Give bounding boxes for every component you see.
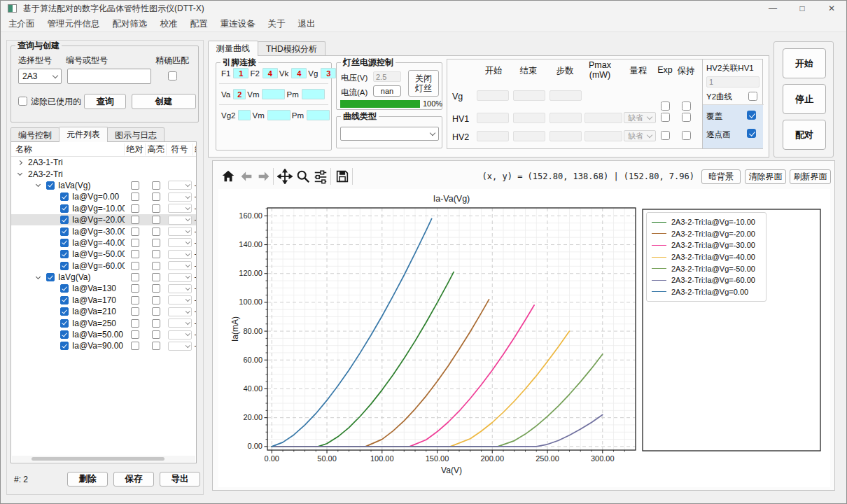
tree-row[interactable]: Ia@Vg=-10.00— (11, 203, 196, 214)
expander-open-icon[interactable] (36, 274, 41, 279)
tree-row[interactable]: Ia@Va=90.00— (11, 340, 196, 351)
pin-field-F2[interactable]: 4 (262, 68, 278, 78)
highlight-checkbox[interactable] (152, 239, 160, 247)
tree-item-checkbox[interactable] (60, 192, 69, 201)
exact-match-checkbox[interactable] (168, 71, 177, 80)
absolute-checkbox[interactable] (131, 181, 139, 190)
tab-测量曲线[interactable]: 测量曲线 (208, 41, 258, 56)
tree-item-checkbox[interactable] (46, 273, 55, 281)
scrollbar-thumb[interactable] (31, 457, 164, 461)
tree-row[interactable]: 2A3-2-Tri (11, 168, 196, 179)
vg-exp-checkbox[interactable] (661, 102, 670, 111)
tree-horizontal-scrollbar[interactable] (12, 456, 195, 462)
hv2-exp-checkbox[interactable] (661, 131, 670, 140)
hv2-end-field[interactable] (513, 131, 545, 141)
hv2-start-field[interactable] (477, 131, 509, 141)
pan-icon[interactable] (276, 168, 293, 185)
tree-row[interactable]: IaVg(Va)— (11, 272, 196, 283)
hv1-start-field[interactable] (477, 113, 509, 123)
menu-item-退出[interactable]: 退出 (292, 18, 322, 30)
absolute-checkbox[interactable] (131, 227, 139, 236)
menu-item-管理元件信息[interactable]: 管理元件信息 (41, 18, 106, 30)
tab-编号控制[interactable]: 编号控制 (10, 127, 59, 142)
tree-item-checkbox[interactable] (60, 262, 69, 270)
clear-ui-button[interactable]: 清除界面 (745, 169, 786, 184)
maximize-button[interactable]: □ (788, 1, 817, 16)
highlight-checkbox[interactable] (152, 307, 160, 316)
hv2-range-combo[interactable]: 缺省 (624, 130, 656, 141)
hv2-pmax-field[interactable] (584, 131, 622, 141)
tree-item-checkbox[interactable] (60, 216, 69, 224)
expander-open-icon[interactable] (18, 171, 22, 176)
tree-row[interactable]: 2A3-1-Tri (11, 157, 196, 168)
tree-item-checkbox[interactable] (60, 239, 69, 247)
configure-subplots-icon[interactable] (312, 168, 329, 185)
absolute-checkbox[interactable] (131, 239, 139, 247)
tree-item-checkbox[interactable] (60, 319, 69, 328)
symbol-combo[interactable] (168, 238, 192, 247)
absolute-checkbox[interactable] (131, 216, 139, 224)
refresh-ui-button[interactable]: 刷新界面 (790, 169, 831, 184)
delete-button[interactable]: 删除 (67, 472, 108, 486)
absolute-checkbox[interactable] (131, 330, 139, 339)
absolute-checkbox[interactable] (131, 204, 139, 213)
expander-open-icon[interactable] (36, 182, 41, 187)
highlight-checkbox[interactable] (152, 250, 160, 258)
hv2-steps-field[interactable] (550, 131, 582, 141)
vg-start-field[interactable] (477, 90, 509, 101)
save-icon[interactable] (334, 168, 351, 185)
tree-item-checkbox[interactable] (60, 250, 69, 258)
symbol-combo[interactable] (168, 227, 192, 236)
absolute-checkbox[interactable] (131, 284, 139, 293)
symbol-combo[interactable] (168, 318, 192, 328)
symbol-combo[interactable] (168, 273, 192, 282)
pin-field-Va[interactable]: 2 (233, 89, 246, 99)
symbol-combo[interactable] (168, 307, 192, 316)
symbol-combo[interactable] (168, 295, 192, 304)
stop-button[interactable]: 停止 (783, 84, 826, 114)
tree-row[interactable]: Ia@Va=210— (11, 306, 196, 317)
pin-field-F1[interactable]: 1 (233, 68, 248, 78)
start-button[interactable]: 开始 (783, 48, 826, 78)
hv1-end-field[interactable] (513, 113, 545, 123)
highlight-checkbox[interactable] (152, 296, 160, 304)
pair-button[interactable]: 配对 (783, 120, 826, 150)
tree-row[interactable]: Ia@Vg=0.00— (11, 191, 196, 202)
tree-item-checkbox[interactable] (60, 227, 69, 236)
vg-hold-checkbox[interactable] (682, 102, 691, 111)
absolute-checkbox[interactable] (131, 296, 139, 304)
absolute-checkbox[interactable] (131, 273, 139, 281)
hv1-range-combo[interactable]: 缺省 (624, 112, 656, 123)
tree-row[interactable]: Ia@Vg=-40.00— (11, 237, 196, 248)
highlight-checkbox[interactable] (152, 262, 160, 270)
highlight-checkbox[interactable] (152, 227, 160, 236)
symbol-combo[interactable] (168, 261, 192, 270)
absolute-checkbox[interactable] (131, 250, 139, 258)
vg-end-field[interactable] (513, 90, 545, 101)
tree-item-checkbox[interactable] (60, 204, 69, 213)
symbol-combo[interactable] (168, 181, 192, 190)
menu-item-关于[interactable]: 关于 (262, 18, 292, 30)
forward-icon[interactable] (255, 168, 272, 185)
back-icon[interactable] (238, 168, 255, 185)
tree-row[interactable]: Ia@Vg=-50.00— (11, 248, 196, 260)
tree-row[interactable]: Ia@Vg=-20.00— (11, 214, 196, 225)
tree-row[interactable]: Ia@Vg=-30.00— (11, 225, 196, 237)
pointwise-checkbox[interactable] (747, 129, 756, 138)
save-button[interactable]: 保存 (113, 472, 154, 486)
absolute-checkbox[interactable] (131, 262, 139, 270)
home-icon[interactable] (220, 168, 237, 185)
tree-row[interactable]: Ia@Va=50.00— (11, 329, 196, 340)
absolute-checkbox[interactable] (131, 192, 139, 201)
symbol-combo[interactable] (168, 216, 192, 225)
highlight-checkbox[interactable] (152, 273, 160, 281)
overlay-checkbox[interactable] (747, 111, 756, 120)
menu-item-重连设备[interactable]: 重连设备 (214, 18, 262, 30)
tree-row[interactable]: Ia@Va=130— (11, 283, 196, 294)
hv1-exp-checkbox[interactable] (661, 113, 670, 122)
tree-row[interactable]: Ia@Va=250— (11, 317, 196, 328)
close-button[interactable]: ✕ (817, 1, 846, 16)
tree-row[interactable]: Ia@Vg=-60.00— (11, 260, 196, 272)
tab-图示与日志[interactable]: 图示与日志 (107, 127, 164, 142)
export-button[interactable]: 导出 (160, 472, 200, 486)
